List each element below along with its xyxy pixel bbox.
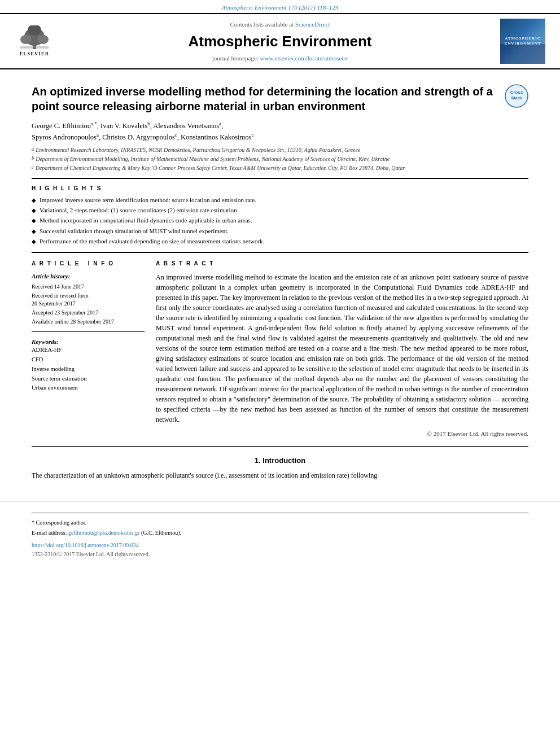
highlight-text-3: Method incorporated in computational flu…: [40, 216, 252, 225]
science-direct-link[interactable]: ScienceDirect: [295, 21, 330, 28]
keyword-4: Source term estimation: [32, 375, 145, 383]
abstract-section: An improved inverse modelling method to …: [156, 272, 528, 439]
keyword-2: CFD: [32, 356, 145, 364]
footer-email-link[interactable]: gefthimiou@ipta.demokritos.gr: [68, 530, 139, 536]
keyword-3: Inverse modelling: [32, 365, 145, 374]
highlight-item-3: ◆ Method incorporated in computational f…: [32, 216, 528, 225]
bullet-1: ◆: [32, 196, 36, 204]
abstract-text: An improved inverse modelling method to …: [156, 272, 528, 425]
affiliation-b: b Department of Environmental Modelling,…: [32, 155, 528, 163]
header-banner: ELSEVIER Contents lists available at Sci…: [0, 13, 560, 69]
corresponding-note: * Corresponding author.: [32, 519, 528, 527]
affiliation-list: a Environmental Research Laboratory, INR…: [32, 146, 528, 172]
highlights-list: ◆ Improved inverse source term identific…: [32, 196, 528, 246]
article-info-column: A R T I C L E I N F O Article history: R…: [32, 260, 145, 439]
badge-line1: ATMOSPHERIC: [504, 36, 541, 41]
keywords-label: Keywords:: [32, 338, 145, 346]
journal-badge: ATMOSPHERIC ENVIRONMENT: [500, 19, 545, 64]
date-accepted: Accepted 23 September 2017: [32, 309, 145, 317]
badge-line2: ENVIRONMENT: [504, 41, 541, 46]
journal-citation-text: Atmospheric Environment 170 (2017) 118–1…: [222, 4, 339, 11]
affiliation-c: c Department of Chemical Engineering & M…: [32, 164, 528, 172]
footer-issn: 1352-2310/© 2017 Elsevier Ltd. All right…: [32, 551, 528, 558]
divider-info: [32, 331, 145, 332]
article-content: An optimized inverse modelling method fo…: [0, 69, 560, 490]
sup-c1: c: [175, 132, 177, 138]
elsevier-logo-area: ELSEVIER: [9, 25, 60, 57]
page-footer: * Corresponding author. E-mail address: …: [0, 501, 560, 564]
highlight-item-2: ◆ Variational, 2-steps method: (1) sourc…: [32, 206, 528, 215]
aff-text-a: Environmental Research Laboratory, INRAS…: [36, 146, 360, 154]
footer-email-suffix: (G.C. Efthimiou).: [141, 530, 181, 536]
divider-3: [32, 446, 528, 447]
highlight-item-1: ◆ Improved inverse source term identific…: [32, 196, 528, 204]
homepage-url[interactable]: www.elsevier.com/locate/atmosenv: [260, 55, 348, 62]
article-title: An optimized inverse modelling method fo…: [32, 84, 498, 113]
intro-title: 1. Introduction: [32, 456, 528, 466]
introduction-section: 1. Introduction The characterization of …: [32, 456, 528, 480]
divider-2: [32, 252, 528, 253]
aff-sup-a: a: [32, 146, 34, 154]
journal-homepage: journal homepage: www.elsevier.com/locat…: [65, 54, 495, 63]
divider-1: [32, 178, 528, 179]
authors-line: George C. Efthimioua,*, Ivan V. Kovalets…: [32, 120, 528, 142]
header-center: Contents lists available at ScienceDirec…: [65, 20, 495, 63]
article-title-section: An optimized inverse modelling method fo…: [32, 78, 528, 113]
keyword-5: Urban environment: [32, 384, 145, 392]
keywords-section: Keywords: ADREA-HF CFD Inverse modelling…: [32, 338, 145, 392]
bullet-3: ◆: [32, 217, 36, 225]
highlight-item-5: ◆ Performance of the method evaluated de…: [32, 237, 528, 246]
aff-sup-b: b: [32, 155, 34, 163]
date-revised: Received in revised form 20 September 20…: [32, 292, 145, 308]
elsevier-tree-icon: [18, 25, 51, 49]
page: Atmospheric Environment 170 (2017) 118–1…: [0, 0, 560, 747]
two-column-section: A R T I C L E I N F O Article history: R…: [32, 260, 528, 439]
highlight-item-4: ◆ Successful validation through simulati…: [32, 227, 528, 235]
article-history: Article history: Received 14 June 2017 R…: [32, 272, 145, 326]
crossmark-icon: Cross Mark: [505, 84, 528, 108]
sup-a2: a: [219, 121, 221, 126]
date-received: Received 14 June 2017: [32, 283, 145, 291]
footer-divider: [32, 513, 528, 513]
aff-text-b: Department of Environmental Modelling, I…: [36, 155, 390, 163]
journal-title: Atmospheric Environment: [65, 31, 495, 51]
bullet-5: ◆: [32, 238, 36, 246]
abstract-column: A B S T R A C T An improved inverse mode…: [156, 260, 528, 439]
sup-a3: a: [97, 132, 99, 138]
aff-text-c: Department of Chemical Engineering & Mar…: [36, 164, 405, 172]
abstract-header: A B S T R A C T: [156, 260, 528, 268]
highlight-text-1: Improved inverse source term identificat…: [40, 196, 256, 204]
journal-citation-bar: Atmospheric Environment 170 (2017) 118–1…: [0, 0, 560, 13]
sup-c2: c: [251, 132, 253, 138]
footer-email-line: E-mail address: gefthimiou@ipta.demokrit…: [32, 529, 528, 537]
journal-badge-area: ATMOSPHERIC ENVIRONMENT: [500, 19, 551, 64]
bullet-4: ◆: [32, 228, 36, 235]
copyright-line: © 2017 Elsevier Ltd. All rights reserved…: [156, 429, 528, 439]
affiliation-a: a Environmental Research Laboratory, INR…: [32, 146, 528, 154]
keyword-1: ADREA-HF: [32, 346, 145, 355]
science-direct-line: Contents lists available at ScienceDirec…: [65, 20, 495, 29]
highlights-label: H I G H L I G H T S: [32, 185, 528, 193]
article-info-header: A R T I C L E I N F O: [32, 260, 145, 268]
date-online: Available online 28 September 2017: [32, 318, 145, 326]
svg-text:Mark: Mark: [511, 95, 522, 101]
intro-text: The characterization of an unknown atmos…: [32, 470, 528, 480]
sup-b: b: [147, 121, 150, 126]
history-label: Article history:: [32, 272, 145, 281]
svg-text:Cross: Cross: [510, 90, 523, 95]
crossmark-badge: Cross Mark: [505, 84, 528, 108]
highlight-text-4: Successful validation through simulation…: [40, 227, 229, 235]
aff-sup-c: c: [32, 164, 34, 172]
highlight-text-5: Performance of the method evaluated depe…: [40, 237, 264, 246]
footer-doi: https://doi.org/10.1016/j.atmosenv.2017.…: [32, 541, 528, 549]
bullet-2: ◆: [32, 207, 36, 215]
highlights-section: H I G H L I G H T S ◆ Improved inverse s…: [32, 185, 528, 246]
svg-point-2: [20, 35, 32, 44]
sup-a1: a,*: [91, 121, 97, 126]
elsevier-label: ELSEVIER: [20, 51, 49, 57]
highlight-text-2: Variational, 2-steps method: (1) source …: [40, 206, 238, 215]
svg-point-3: [37, 35, 49, 44]
doi-link[interactable]: https://doi.org/10.1016/j.atmosenv.2017.…: [32, 542, 139, 548]
